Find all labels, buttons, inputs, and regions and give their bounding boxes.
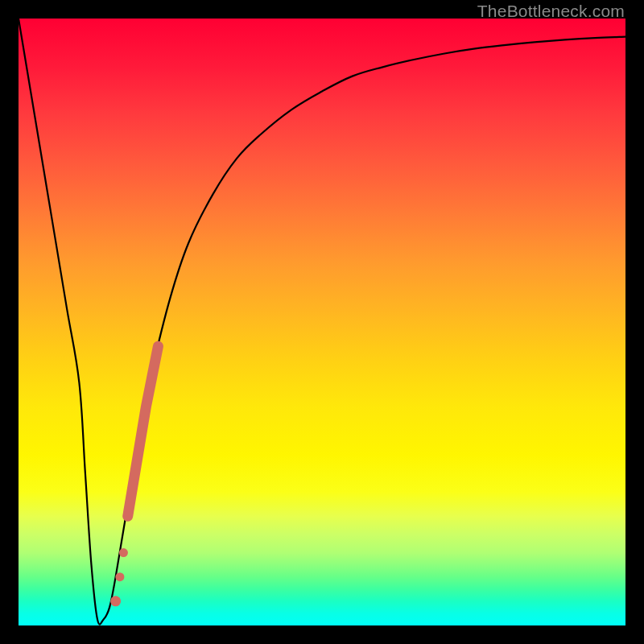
highlight-dot — [115, 572, 124, 581]
highlight-segment — [128, 346, 159, 516]
chart-frame: TheBottleneck.com — [0, 0, 644, 644]
plot-area — [19, 19, 625, 625]
highlight-dot — [110, 596, 121, 606]
highlight-dot — [119, 548, 128, 557]
curve-layer — [19, 19, 625, 625]
bottleneck-curve — [19, 19, 625, 625]
